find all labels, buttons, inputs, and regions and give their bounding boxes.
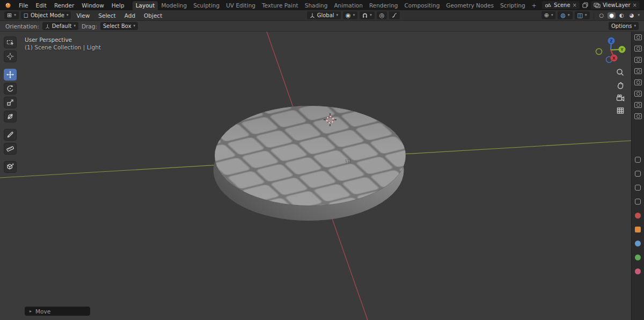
menu-render[interactable]: Render bbox=[50, 2, 78, 9]
properties-tab-data[interactable] bbox=[635, 254, 641, 260]
properties-tab-view-layer[interactable] bbox=[635, 185, 641, 191]
magnet-icon bbox=[362, 13, 368, 18]
scene-selector[interactable]: Scene × bbox=[542, 1, 580, 9]
shading-wireframe-button[interactable]: ○ bbox=[598, 12, 606, 19]
workspace-tab-texture-paint[interactable]: Texture Paint bbox=[259, 1, 302, 10]
editor-3d-viewport-icon: ⊞ bbox=[7, 12, 12, 18]
camera-icon[interactable] bbox=[634, 57, 642, 63]
properties-tab-material[interactable] bbox=[635, 268, 641, 274]
properties-tab-scene[interactable] bbox=[635, 199, 641, 205]
cursor-tool-icon bbox=[6, 53, 14, 60]
menu-add[interactable]: Add bbox=[121, 12, 138, 19]
camera-icon[interactable] bbox=[634, 79, 642, 85]
tool-add-cube[interactable] bbox=[4, 161, 17, 173]
menu-select[interactable]: Select bbox=[95, 12, 119, 19]
transform-icon bbox=[6, 113, 14, 120]
workspace-tab-rendering[interactable]: Rendering bbox=[366, 1, 401, 10]
camera-icon[interactable] bbox=[634, 113, 642, 119]
scene-name: Scene bbox=[554, 2, 570, 8]
camera-icon[interactable] bbox=[634, 46, 642, 52]
menu-edit[interactable]: Edit bbox=[32, 2, 50, 9]
xray-toggle[interactable]: ◫ ▾ bbox=[575, 11, 590, 19]
camera-view-icon[interactable] bbox=[617, 95, 624, 101]
mesh-object-cylinder[interactable] bbox=[214, 106, 406, 221]
menu-help[interactable]: Help bbox=[108, 2, 128, 9]
show-overlays-toggle[interactable]: ◍ ▾ bbox=[558, 11, 572, 19]
blender-logo-icon[interactable] bbox=[4, 0, 12, 10]
annotate-pen-icon bbox=[6, 131, 14, 139]
toolbar-left bbox=[4, 37, 17, 173]
snap-toggle[interactable]: ▾ bbox=[360, 11, 375, 19]
properties-tab-object[interactable] bbox=[635, 227, 641, 232]
tool-annotate[interactable] bbox=[4, 129, 17, 141]
new-scene-icon[interactable] bbox=[582, 2, 588, 8]
gizmo-minus-y-ball[interactable] bbox=[596, 49, 602, 55]
shading-dropdown-icon[interactable]: ▾ bbox=[638, 13, 640, 17]
camera-icon[interactable] bbox=[634, 34, 642, 40]
falloff-selector[interactable] bbox=[389, 11, 400, 19]
tool-rotate[interactable] bbox=[4, 83, 17, 94]
camera-icon[interactable] bbox=[634, 102, 642, 108]
workspace-tab-compositing[interactable]: Compositing bbox=[401, 1, 443, 10]
operator-panel-move[interactable]: ▸ Move bbox=[25, 307, 90, 316]
tool-transform[interactable] bbox=[4, 111, 17, 122]
object-mode-icon: ◻ bbox=[24, 12, 28, 18]
tool-measure[interactable] bbox=[4, 143, 17, 155]
main-area: Z Y X bbox=[0, 32, 644, 320]
tool-cursor[interactable] bbox=[4, 50, 17, 62]
mode-selector[interactable]: ◻ Object Mode ▾ bbox=[21, 11, 71, 19]
viewport-3d[interactable]: Z Y X bbox=[0, 32, 631, 320]
menu-view[interactable]: View bbox=[73, 12, 93, 19]
properties-tab-modifiers[interactable] bbox=[635, 241, 641, 246]
drag-mode-value: Select Box bbox=[103, 23, 131, 29]
chevron-down-icon: ▾ bbox=[353, 13, 355, 17]
camera-icon[interactable] bbox=[634, 91, 642, 97]
view-layer-selector[interactable]: ViewLayer × bbox=[591, 1, 640, 9]
orthographic-grid-icon[interactable] bbox=[618, 108, 624, 113]
pivot-point-selector[interactable]: ◉ ▾ bbox=[343, 11, 357, 19]
tool-select-box[interactable] bbox=[4, 37, 17, 48]
orientation-default-selector[interactable]: Default ▾ bbox=[42, 22, 78, 30]
tool-move[interactable] bbox=[4, 69, 17, 81]
workspace-tab-layout[interactable]: Layout bbox=[133, 1, 158, 10]
add-cube-icon bbox=[6, 163, 14, 171]
transform-orientation-selector[interactable]: Global ▾ bbox=[307, 11, 341, 19]
view-perspective-label: User Perspective bbox=[25, 36, 101, 43]
workspace-tab-geometry-nodes[interactable]: Geometry Nodes bbox=[443, 1, 497, 10]
shading-material-button[interactable]: ◐ bbox=[618, 12, 626, 19]
shading-rendered-button[interactable]: ◕ bbox=[628, 12, 636, 19]
workspace-tab-scripting[interactable]: Scripting bbox=[497, 1, 529, 10]
view-layer-remove-icon[interactable]: × bbox=[633, 3, 637, 8]
add-workspace-button[interactable]: + bbox=[529, 1, 540, 10]
options-button[interactable]: Options ▾ bbox=[609, 22, 639, 30]
drag-mode-selector[interactable]: Select Box ▾ bbox=[100, 22, 138, 30]
menu-window[interactable]: Window bbox=[78, 2, 107, 9]
workspace-tab-modeling[interactable]: Modeling bbox=[158, 1, 190, 10]
viewport-canvas[interactable]: Z Y X bbox=[0, 32, 631, 320]
workspace-tab-shading[interactable]: Shading bbox=[302, 1, 331, 10]
workspace-tab-sculpting[interactable]: Sculpting bbox=[190, 1, 223, 10]
menu-object[interactable]: Object bbox=[141, 12, 165, 19]
properties-tab-render[interactable] bbox=[635, 157, 641, 163]
overlays-icon: ◍ bbox=[560, 12, 566, 18]
orientation-axes-icon bbox=[310, 12, 315, 18]
scene-unlink-icon[interactable]: × bbox=[573, 3, 577, 8]
workspace-tab-uv-editing[interactable]: UV Editing bbox=[223, 1, 259, 10]
menu-file[interactable]: File bbox=[15, 2, 32, 9]
shading-solid-button[interactable]: ● bbox=[608, 12, 616, 19]
expand-arrow-icon: ▸ bbox=[30, 309, 32, 314]
navigation-gizmo[interactable]: Z Y X bbox=[596, 38, 626, 63]
gizmo-y-label: Y bbox=[620, 47, 624, 52]
tool-scale[interactable] bbox=[4, 97, 17, 108]
pan-hand-icon[interactable] bbox=[618, 83, 623, 89]
show-gizmos-toggle[interactable]: ⊕ ▾ bbox=[541, 11, 556, 19]
properties-tab-output[interactable] bbox=[635, 171, 641, 177]
properties-tab-world[interactable] bbox=[635, 213, 641, 219]
workspace-tab-animation[interactable]: Animation bbox=[331, 1, 366, 10]
mode-label: Object Mode bbox=[31, 12, 64, 18]
proportional-editing-toggle[interactable]: ◎ bbox=[377, 11, 387, 19]
chevron-down-icon: ▾ bbox=[67, 13, 69, 17]
editor-type-button[interactable]: ⊞ ▾ bbox=[4, 11, 19, 19]
zoom-icon[interactable] bbox=[617, 69, 624, 76]
camera-icon[interactable] bbox=[634, 68, 642, 74]
